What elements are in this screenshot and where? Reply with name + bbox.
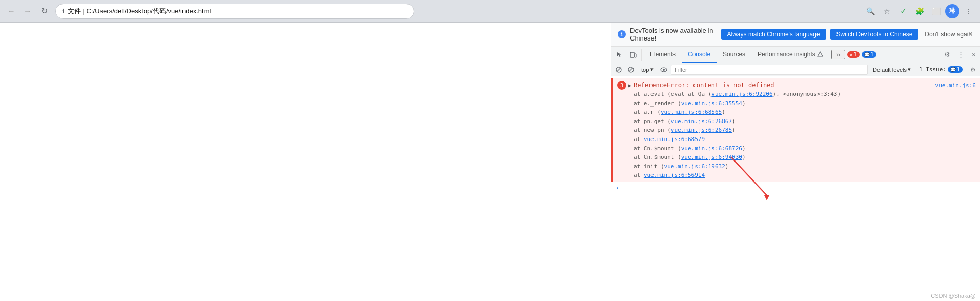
error-repeat-count: 3 xyxy=(617,81,626,90)
devtools-badges: ✕ 3 💬 1 xyxy=(847,51,876,58)
issues-count-area: 1 Issue: 💬 1 xyxy=(916,66,966,73)
devtools-tabs-toolbar: Elements Console Sources Performance ins… xyxy=(611,47,980,63)
address-text: 文件 | C:/Users/dell/Desktop/代码/vue/index.… xyxy=(68,7,211,16)
stack-link-0[interactable]: vue.min.js:6:92206 xyxy=(711,91,772,97)
stack-frame-8: at init (vue.min.js:6:19632) xyxy=(634,162,976,171)
annotation-arrow xyxy=(0,23,611,301)
console-prompt-icon: › xyxy=(616,184,619,191)
info-icon: i xyxy=(618,30,626,38)
stack-frame-3: at pn.get (vue.min.js:6:26867) xyxy=(634,117,976,126)
address-security-icon: ℹ xyxy=(62,8,65,15)
error-entry: 3 ▶ ReferenceError: content is not defin… xyxy=(611,78,980,182)
message-badge: 💬 1 xyxy=(862,51,876,58)
notification-message: DevTools is now available in Chinese! xyxy=(630,27,717,42)
devtools-panel: i DevTools is now available in Chinese! … xyxy=(611,23,980,301)
browser-actions: 🔍 ☆ ✓ 🧩 ⬜ 琳 ⋮ xyxy=(863,4,976,18)
close-notification-button[interactable]: × xyxy=(965,29,976,40)
back-button[interactable]: ← xyxy=(4,4,18,18)
page-content: i DevTools is now available in Chinese! … xyxy=(0,23,980,301)
stack-link-6[interactable]: vue.min.js:6:68726 xyxy=(681,145,742,152)
search-button[interactable]: 🔍 xyxy=(863,4,877,18)
stack-frame-7: at Cn.$mount (vue.min.js:6:94030) xyxy=(634,153,976,162)
stack-link-9[interactable]: vue.min.js:6:56914 xyxy=(644,172,705,178)
default-levels-button[interactable]: Default levels ▾ xyxy=(870,65,914,74)
svg-marker-2 xyxy=(818,52,823,56)
browser-chrome: ← → ↻ ℹ 文件 | C:/Users/dell/Desktop/代码/vu… xyxy=(0,0,980,23)
more-tabs-button[interactable]: » xyxy=(831,50,845,59)
switch-devtools-button[interactable]: Switch DevTools to Chinese xyxy=(830,29,919,40)
performance-icon xyxy=(817,51,823,57)
stack-frame-6: at Cn.$mount (vue.min.js:6:68726) xyxy=(634,144,976,153)
console-prompt-line: › xyxy=(611,182,980,193)
error-x-icon: ✕ xyxy=(850,52,852,57)
window-button[interactable]: ⬜ xyxy=(929,4,943,18)
tab-performance-insights[interactable]: Performance insights xyxy=(751,47,829,63)
cursor-icon xyxy=(616,51,623,58)
ban-icon xyxy=(627,66,635,73)
stack-frame-2: at a.r (vue.min.js:6:68565) xyxy=(634,108,976,117)
notification-bar: i DevTools is now available in Chinese! … xyxy=(611,23,980,47)
stack-link-2[interactable]: vue.min.js:6:68565 xyxy=(661,109,722,115)
extensions-button[interactable]: ✓ xyxy=(896,4,910,18)
tab-sources[interactable]: Sources xyxy=(717,47,751,63)
error-message-text: ReferenceError: content is not defined xyxy=(634,82,774,89)
forward-button[interactable]: → xyxy=(21,4,35,18)
error-main-line: 3 ▶ ReferenceError: content is not defin… xyxy=(617,81,976,90)
stack-frame-9: at vue.min.js:6:56914 xyxy=(634,171,976,180)
devtools-close-button[interactable]: × xyxy=(968,49,980,61)
inspect-element-button[interactable] xyxy=(614,49,626,61)
error-expand-icon[interactable]: ▶ xyxy=(628,83,631,88)
stack-link-5[interactable]: vue.min.js:6:68579 xyxy=(644,136,705,143)
console-settings-button[interactable]: ⚙ xyxy=(968,65,978,75)
eye-icon xyxy=(660,67,667,72)
devtools-settings-button[interactable]: ⚙ xyxy=(941,49,953,61)
console-content: 3 ▶ ReferenceError: content is not defin… xyxy=(611,76,980,301)
devtools-more-options-button[interactable]: ⋮ xyxy=(954,49,967,61)
profile-avatar[interactable]: 琳 xyxy=(945,4,959,18)
match-language-button[interactable]: Always match Chrome's language xyxy=(721,29,826,40)
console-filter-input[interactable] xyxy=(671,65,868,75)
watermark: CSDN @Shaka@ xyxy=(931,293,976,299)
stack-link-1[interactable]: vue.min.js:6:35554 xyxy=(681,100,742,107)
nav-buttons: ← → ↻ xyxy=(4,4,51,18)
live-expressions-button[interactable] xyxy=(659,65,669,75)
stack-frame-5: at vue.min.js:6:68579 xyxy=(634,135,976,144)
device-icon xyxy=(629,51,637,58)
svg-point-8 xyxy=(663,69,665,71)
main-page-area xyxy=(0,23,611,301)
console-secondary-toolbar: top ▾ Default levels ▾ 1 Issue: 💬 1 xyxy=(611,63,980,76)
puzzle-button[interactable]: 🧩 xyxy=(912,4,927,18)
stack-link-7[interactable]: vue.min.js:6:94030 xyxy=(681,154,742,160)
svg-line-4 xyxy=(617,68,621,72)
context-dropdown-icon: ▾ xyxy=(650,66,654,73)
svg-line-6 xyxy=(629,68,633,71)
message-icon: 💬 xyxy=(864,52,870,57)
stack-link-3[interactable]: vue.min.js:6:26867 xyxy=(671,118,732,125)
devtools-settings-area: ⚙ ⋮ × xyxy=(941,49,980,61)
stack-frame-0: at a.eval (eval at Qa (vue.min.js:6:9220… xyxy=(634,90,976,99)
clear-icon xyxy=(615,66,622,73)
devtools-panel-icons xyxy=(611,49,642,61)
stack-link-4[interactable]: vue.min.js:6:26785 xyxy=(671,127,732,133)
tab-console[interactable]: Console xyxy=(682,47,717,63)
tab-elements[interactable]: Elements xyxy=(644,47,682,63)
clear-console-button[interactable] xyxy=(614,65,624,75)
bookmark-button[interactable]: ☆ xyxy=(880,4,894,18)
error-source-link[interactable]: vue.min.js:6 xyxy=(935,82,976,89)
svg-marker-10 xyxy=(764,195,769,200)
context-label: top xyxy=(641,67,649,73)
issues-msg-icon: 💬 xyxy=(950,67,956,72)
address-bar[interactable]: ℹ 文件 | C:/Users/dell/Desktop/代码/vue/inde… xyxy=(55,4,414,19)
stack-frame-4: at new pn (vue.min.js:6:26785) xyxy=(634,126,976,135)
error-stack-trace: at a.eval (eval at Qa (vue.min.js:6:9220… xyxy=(617,90,976,180)
reload-button[interactable]: ↻ xyxy=(37,4,51,18)
svg-rect-1 xyxy=(635,54,636,57)
device-mode-button[interactable] xyxy=(627,49,639,61)
stack-link-8[interactable]: vue.min.js:6:19632 xyxy=(664,163,725,170)
menu-button[interactable]: ⋮ xyxy=(962,4,976,18)
error-badge: ✕ 3 xyxy=(847,51,859,58)
devtools-tabs: Elements Console Sources Performance ins… xyxy=(642,47,831,63)
preserve-log-button[interactable] xyxy=(626,65,636,75)
context-selector[interactable]: top ▾ xyxy=(638,65,657,74)
issues-badge: 💬 1 xyxy=(948,66,963,73)
